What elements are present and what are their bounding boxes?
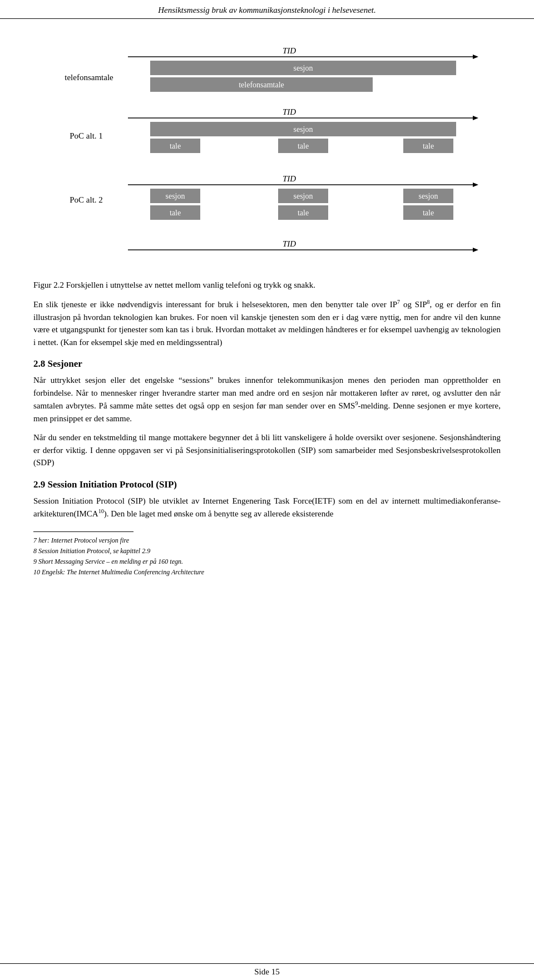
- diagram-container: TID sesjon telefonsamtale telefonsamtale…: [39, 30, 495, 269]
- svg-text:tale: tale: [170, 209, 181, 217]
- svg-text:tale: tale: [423, 209, 434, 217]
- paragraph-2-8: Når uttrykket sesjon eller det engelske …: [33, 374, 501, 425]
- footnotes: 7 her: Internet Protocol versjon fire 8 …: [33, 535, 501, 578]
- svg-text:tale: tale: [170, 142, 181, 150]
- svg-text:tale: tale: [423, 142, 434, 150]
- section-2-8-heading: 2.8 Sesjoner: [33, 358, 501, 370]
- svg-marker-38: [473, 248, 478, 252]
- svg-text:TID: TID: [283, 46, 296, 55]
- footnote-9: 9 Short Messaging Service – en melding e…: [33, 557, 501, 567]
- svg-text:sesjon: sesjon: [294, 125, 313, 134]
- paragraph-2-9: Session Initiation Protocol (SIP) ble ut…: [33, 495, 501, 520]
- footnote-10: 10 Engelsk: The Internet Multimedia Conf…: [33, 567, 501, 578]
- svg-text:TID: TID: [283, 239, 296, 248]
- figure-caption: Figur 2.2 Forskjellen i utnyttelse av ne…: [33, 280, 501, 290]
- svg-marker-10: [473, 116, 478, 120]
- footnote-7: 7 her: Internet Protocol versjon fire: [33, 535, 501, 546]
- page-footer: Side 15: [0, 963, 534, 980]
- paragraph-1: En slik tjeneste er ikke nødvendigvis in…: [33, 298, 501, 348]
- svg-text:sesjon: sesjon: [419, 192, 438, 200]
- svg-text:telefonsamtale: telefonsamtale: [239, 81, 284, 89]
- svg-text:telefonsamtale: telefonsamtale: [65, 73, 113, 82]
- svg-text:PoC alt. 1: PoC alt. 1: [70, 131, 103, 140]
- svg-text:sesjon: sesjon: [166, 192, 185, 200]
- footnote-divider: [33, 531, 134, 532]
- page-header: Hensiktsmessig bruk av kommunikasjonstek…: [0, 0, 534, 19]
- svg-marker-22: [473, 183, 478, 187]
- svg-text:TID: TID: [283, 174, 296, 183]
- svg-text:PoC alt. 2: PoC alt. 2: [70, 195, 103, 204]
- svg-text:tale: tale: [298, 209, 309, 217]
- section-2-9-heading: 2.9 Session Initiation Protocol (SIP): [33, 479, 501, 490]
- footnote-8: 8 Session Initiation Protocol, se kapitt…: [33, 546, 501, 557]
- svg-text:tale: tale: [298, 142, 309, 150]
- paragraph-sessions: Når du sender en tekstmelding til mange …: [33, 431, 501, 469]
- svg-text:sesjon: sesjon: [294, 192, 313, 200]
- svg-text:TID: TID: [283, 107, 296, 116]
- svg-text:sesjon: sesjon: [294, 64, 313, 72]
- svg-marker-1: [473, 55, 478, 59]
